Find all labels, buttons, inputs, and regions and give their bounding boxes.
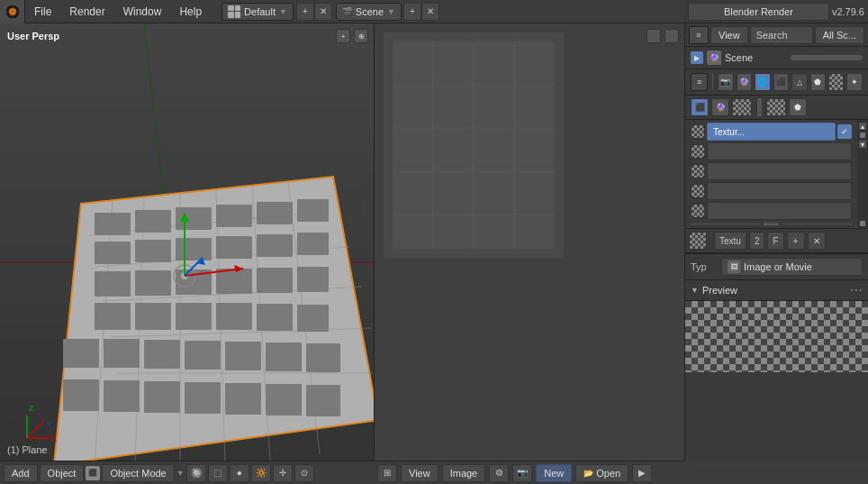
tex-slot-label[interactable]: Textu	[714, 232, 746, 250]
props-view-btn[interactable]: ≡	[689, 26, 709, 44]
svg-rect-60	[266, 384, 302, 416]
viewport-wire-btn[interactable]: ⬚	[208, 464, 228, 482]
scroll-extra-btn[interactable]	[860, 219, 865, 226]
viewport-expand-btn[interactable]: ⊕	[354, 29, 368, 43]
menu-window[interactable]: Window	[114, 0, 171, 23]
svg-rect-61	[306, 385, 340, 416]
blender-version: v2.79.6	[832, 6, 864, 17]
viewport-canvas: X Z Y	[0, 23, 374, 462]
props-sub-divider	[756, 98, 762, 116]
layout-selector[interactable]: Default ▼	[222, 3, 294, 21]
viewport-shading-btn[interactable]: 🔘	[186, 464, 206, 482]
transform-manipulator-btn[interactable]: ✛	[273, 464, 293, 482]
props-sub-tab3[interactable]: ⬟	[789, 98, 807, 116]
mode-expand: ▼	[176, 469, 185, 478]
svg-rect-24	[95, 213, 131, 235]
texture-slot-name[interactable]: Textur...	[707, 123, 836, 141]
menu-render[interactable]: Render	[60, 0, 113, 23]
props-object-icon[interactable]: ⬛	[773, 73, 789, 91]
preview-header[interactable]: ▼ Preview ⋯	[685, 280, 868, 300]
viewport-expand-btn2[interactable]: +	[336, 29, 350, 43]
props-view-label[interactable]: View	[710, 26, 748, 44]
layout-icon	[228, 5, 240, 18]
props-header: ≡ View Search All Sc...	[685, 23, 868, 47]
scroll-down-btn[interactable]: ▼	[858, 140, 867, 149]
render-engine-dropdown[interactable]: Blender Render	[688, 3, 829, 21]
uv-grid	[384, 32, 564, 258]
props-material-icon[interactable]: ⬟	[810, 73, 826, 91]
slot-checker-4	[691, 184, 705, 198]
uv-camera-btn[interactable]: 📷	[512, 464, 532, 482]
uv-editor-icon[interactable]: ⊞	[377, 464, 397, 482]
texture-slot-empty-5	[707, 202, 852, 220]
props-mesh-icon[interactable]: △	[791, 73, 807, 91]
props-texture-icon[interactable]	[828, 73, 844, 91]
remove-viewport-btn[interactable]: ✕	[314, 3, 332, 21]
props-list-icon[interactable]: ≡	[691, 73, 708, 91]
object-btn[interactable]: Object	[40, 464, 85, 482]
props-scene-icon[interactable]: 🔮	[737, 73, 752, 91]
uv-expand-btn[interactable]	[665, 29, 679, 43]
viewport-rendered-btn[interactable]: 🔆	[251, 464, 271, 482]
top-menu-bar: File Render Window Help Default ▼ + ✕ 🎬 …	[0, 0, 684, 23]
add-scene-btn[interactable]: +	[403, 3, 421, 21]
search-btn[interactable]: Search	[750, 26, 813, 44]
props-sub-checker2[interactable]	[766, 98, 786, 116]
scene-progress	[791, 55, 863, 60]
blender-logo	[0, 0, 25, 23]
add-btn[interactable]: Add	[4, 464, 38, 482]
texture-slot-5[interactable]	[687, 201, 855, 221]
tex-remove-btn[interactable]: ✕	[808, 232, 826, 250]
mode-icon: ⬛	[86, 466, 100, 480]
mode-dropdown[interactable]: Object Mode	[102, 464, 174, 482]
type-dropdown[interactable]: 🖼 Image or Movie	[721, 258, 863, 276]
props-render-icon[interactable]: 📷	[718, 73, 733, 91]
svg-rect-39	[216, 269, 252, 294]
texture-slot-2[interactable]	[687, 142, 855, 161]
svg-rect-29	[297, 199, 329, 222]
preview-options-icon[interactable]: ⋯	[850, 283, 863, 297]
svg-text:Y: Y	[47, 420, 52, 429]
menu-help[interactable]: Help	[170, 0, 211, 23]
all-scenes-btn[interactable]: All Sc...	[815, 26, 864, 44]
svg-rect-33	[216, 236, 252, 259]
svg-rect-36	[95, 271, 131, 297]
scroll-up-btn[interactable]: ▲	[858, 122, 867, 131]
new-btn[interactable]: New	[536, 464, 572, 482]
add-viewport-btn[interactable]: +	[296, 3, 314, 21]
texture-slot-3[interactable]	[687, 161, 855, 181]
tex-add-btn[interactable]: +	[787, 232, 805, 250]
preview-image	[685, 300, 868, 372]
svg-rect-37	[135, 270, 171, 296]
uv-expand-btn2[interactable]	[646, 29, 661, 43]
props-icons-row2: ⬛ 🔮 ⬟	[685, 96, 868, 120]
slot-check[interactable]: ✓	[837, 124, 852, 139]
uv-extra-btn[interactable]: ▶	[632, 464, 652, 482]
uv-image-btn[interactable]: Image	[442, 464, 486, 482]
props-world-icon[interactable]: 🌐	[755, 73, 770, 91]
open-btn[interactable]: 📂 Open	[575, 464, 628, 482]
tex-ctrl-checker[interactable]	[689, 232, 707, 250]
uv-options-btn[interactable]: ⚙	[489, 464, 509, 482]
scene-selector[interactable]: 🎬 Scene ▼	[336, 3, 402, 21]
svg-rect-35	[297, 233, 329, 255]
svg-rect-51	[185, 341, 221, 370]
viewport-solid-btn[interactable]: ●	[230, 464, 249, 482]
props-sub-tab1[interactable]: ⬛	[691, 98, 709, 116]
svg-rect-32	[176, 238, 212, 260]
texture-slot-4[interactable]	[687, 181, 855, 201]
remove-scene-btn[interactable]: ✕	[421, 3, 439, 21]
props-sub-checker[interactable]	[732, 98, 752, 116]
props-sub-tab2[interactable]: 🔮	[711, 98, 729, 116]
uv-view-btn[interactable]: View	[401, 464, 439, 482]
scene-collapse-icon[interactable]: ▶	[691, 51, 703, 64]
menu-file[interactable]: File	[25, 0, 60, 23]
tex-face-label[interactable]: F	[767, 232, 783, 250]
svg-rect-26	[176, 207, 212, 230]
pivot-btn[interactable]: ⊙	[294, 464, 314, 482]
slot-scrollbar[interactable]: ▲ ▼	[857, 120, 868, 228]
svg-rect-43	[135, 303, 171, 330]
props-particles-icon[interactable]: ✦	[846, 73, 862, 91]
texture-slot-list: Textur... ✓	[685, 120, 857, 228]
texture-slot-active[interactable]: Textur... ✓	[687, 122, 855, 142]
